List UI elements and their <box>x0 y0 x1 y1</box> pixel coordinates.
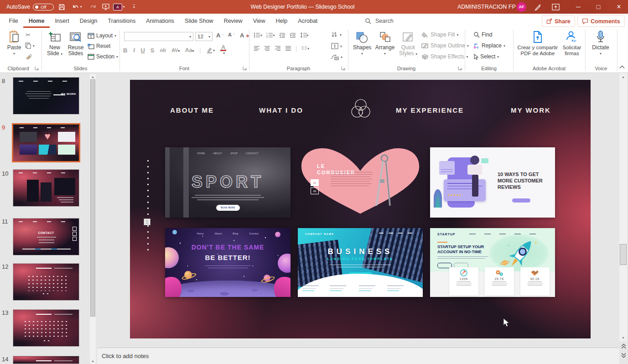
search-box[interactable]: Search <box>365 14 394 28</box>
strikethrough-button[interactable]: ab <box>160 47 166 53</box>
reuse-slides-button[interactable]: Reuse Slides <box>66 30 86 57</box>
underline-button[interactable]: U <box>140 47 145 54</box>
drawing-dialog-launcher[interactable] <box>458 66 462 71</box>
mockup-space[interactable]: HomeAboutBlogContact DON'T BE THE SAME B… <box>165 228 291 297</box>
bold-button[interactable]: B <box>123 47 127 54</box>
scrollbar-thumb[interactable] <box>620 244 627 265</box>
select-button[interactable]: Select▾ <box>473 53 499 60</box>
line-spacing-button[interactable]: ▾ <box>300 32 309 38</box>
slide-thumbnail-14[interactable] <box>13 356 79 364</box>
columns-button[interactable]: ▾ <box>301 46 309 51</box>
font-name-combo[interactable]: ▾ <box>124 32 193 41</box>
next-slide-button[interactable] <box>620 352 627 359</box>
format-painter-button[interactable] <box>26 53 32 59</box>
quick-styles-button[interactable]: Quick Styles ▾ <box>398 30 419 57</box>
clear-formatting-button[interactable]: A◆ <box>240 32 249 39</box>
tab-transitions[interactable]: Transitions <box>103 14 141 28</box>
previous-slide-button[interactable] <box>620 343 627 349</box>
new-slide-button[interactable]: New Slide ▾ <box>45 30 65 57</box>
undo-button[interactable]: ▾ <box>72 0 82 14</box>
font-size-combo[interactable]: 12▾ <box>195 32 213 41</box>
mockup-sport[interactable]: HOMEABOUTSHOPCONTACT SPORT READ MORE <box>165 147 291 218</box>
slide-thumbnail-11[interactable]: CONTACT <box>13 218 79 255</box>
find-button[interactable]: Find <box>473 31 492 38</box>
start-slideshow-button[interactable] <box>102 0 109 14</box>
autosave-toggle[interactable]: Off <box>33 0 54 14</box>
comments-button[interactable]: Comments <box>577 16 625 27</box>
layout-button[interactable]: Layout▾ <box>88 32 116 39</box>
quick-access-image-button[interactable]: A▾ <box>113 0 125 14</box>
text-direction-button[interactable]: A▾ <box>331 31 342 38</box>
tab-view[interactable]: View <box>248 14 270 28</box>
align-center-button[interactable] <box>264 46 270 51</box>
mockup-startup[interactable]: STARTUP STARTUP SETUP YOUR ACCOUNT IN NO… <box>430 228 555 297</box>
redo-button[interactable] <box>89 0 97 14</box>
tab-file[interactable]: File <box>4 14 23 28</box>
dictate-button[interactable]: Dictate ▾ <box>589 30 612 57</box>
tab-animations[interactable]: Animations <box>141 14 180 28</box>
shape-outline-button[interactable]: Shape Outline▾ <box>421 42 469 49</box>
tab-slideshow[interactable]: Slide Show <box>180 14 219 28</box>
logo-circles-icon[interactable] <box>351 98 371 120</box>
grow-font-button[interactable]: Aˆ <box>216 32 223 39</box>
tab-insert[interactable]: Insert <box>50 14 74 28</box>
highlight-color-button[interactable]: ▾ <box>206 47 215 53</box>
thumbnail-scrollbar-thumb[interactable] <box>90 79 95 317</box>
tab-design[interactable]: Design <box>74 14 103 28</box>
tab-help[interactable]: Help <box>270 14 293 28</box>
align-left-button[interactable] <box>254 46 260 51</box>
align-right-button[interactable] <box>275 46 281 51</box>
slide-thumbnail-13[interactable] <box>13 309 79 347</box>
italic-button[interactable]: I <box>133 47 135 54</box>
character-spacing-button[interactable]: AV▾ <box>171 47 180 53</box>
increase-indent-button[interactable] <box>290 32 296 38</box>
notes-pane[interactable]: Click to add notes <box>97 348 619 364</box>
mockup-reviews[interactable]: ★★★★★ 10 WAYS TO GET MORE CUSTOMER REVIE… <box>430 147 555 218</box>
slide-thumbnail-8[interactable]: MY WORK <box>13 77 79 114</box>
scroll-down-icon[interactable]: ▼ <box>90 359 96 364</box>
request-signatures-button[interactable]: x Solicitar firmas <box>560 30 584 57</box>
copy-button[interactable]: ▾ <box>25 42 35 49</box>
minimize-button[interactable]: ─ <box>569 0 587 14</box>
slide-thumbnail-10[interactable] <box>13 169 79 207</box>
object-anchor-handle[interactable] <box>144 218 151 225</box>
save-button[interactable] <box>58 0 65 14</box>
vertical-scrollbar[interactable]: ▲ ▼ <box>619 73 627 341</box>
tab-acrobat[interactable]: Acrobat <box>293 14 323 28</box>
slide-thumbnail-12[interactable] <box>13 263 79 301</box>
shadow-button[interactable]: S <box>151 47 155 54</box>
align-text-button[interactable]: ▾ <box>331 43 342 49</box>
tab-home[interactable]: Home <box>23 14 50 28</box>
slide-canvas[interactable]: ABOUT ME WHAT I DO MY EXPERIENCE MY WORK… <box>130 80 591 338</box>
paste-button[interactable]: Paste ▾ <box>5 30 24 57</box>
share-button[interactable]: Share <box>542 16 575 27</box>
tab-review[interactable]: Review <box>218 14 248 28</box>
account-name[interactable]: ADMINISTRACION FP <box>457 0 516 14</box>
scroll-up-icon[interactable]: ▲ <box>90 74 96 79</box>
numbering-button[interactable]: 123▾ <box>266 32 275 38</box>
font-dialog-launcher[interactable] <box>243 66 247 71</box>
maximize-button[interactable]: □ <box>589 0 607 14</box>
slide-thumbnail-9[interactable]: ♥ <box>12 123 80 162</box>
close-button[interactable]: × <box>610 0 628 14</box>
section-button[interactable]: Section▾ <box>88 53 118 60</box>
scroll-up-icon[interactable]: ▲ <box>620 74 626 79</box>
shape-effects-button[interactable]: Shape Effects▾ <box>421 53 468 60</box>
shapes-button[interactable]: Shapes ▾ <box>352 30 372 57</box>
customize-quick-access-button[interactable]: ▾ <box>132 0 135 14</box>
decrease-indent-button[interactable] <box>279 32 285 38</box>
slide-nav-about-me[interactable]: ABOUT ME <box>170 106 214 114</box>
scroll-down-icon[interactable]: ▼ <box>620 335 626 340</box>
account-avatar[interactable]: AF <box>517 0 526 14</box>
create-pdf-button[interactable]: Crear y compartir PDF de Adobe <box>517 30 559 57</box>
mockup-business[interactable]: COMPANY NAME BUSINESS LANDING PAGE TEMPL… <box>298 228 423 297</box>
change-case-button[interactable]: Aa▾ <box>185 47 194 53</box>
paragraph-dialog-launcher[interactable] <box>341 66 346 71</box>
font-color-button[interactable]: A▾ <box>220 45 226 55</box>
arrange-button[interactable]: Arrange ▾ <box>374 30 396 57</box>
slide-nav-what-i-do[interactable]: WHAT I DO <box>259 106 303 114</box>
bullets-button[interactable]: ▾ <box>254 32 262 38</box>
editor-pen-button[interactable] <box>534 0 542 14</box>
shape-fill-button[interactable]: Shape Fill▾ <box>421 31 458 38</box>
ribbon-display-options-button[interactable] <box>552 0 560 14</box>
